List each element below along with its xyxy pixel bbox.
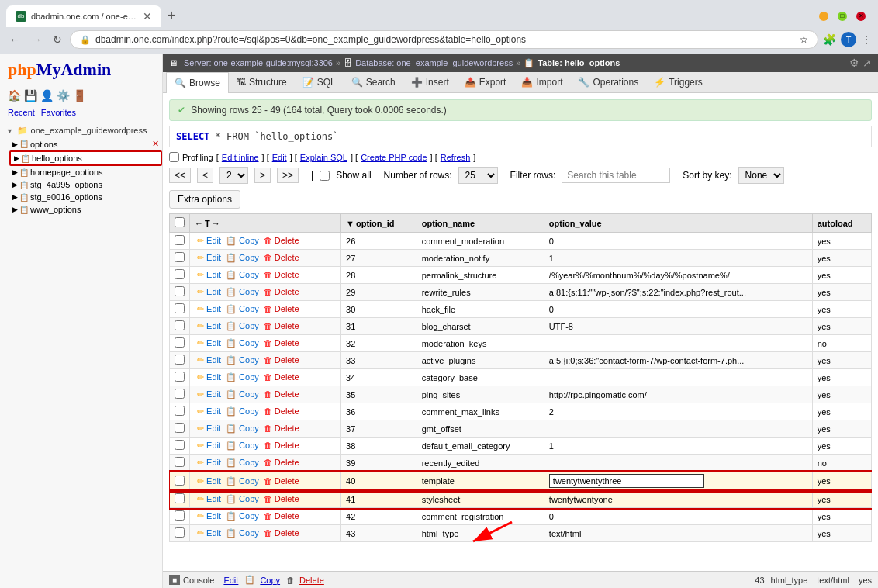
edit-button[interactable]: ✏ Edit xyxy=(195,423,223,434)
row-checkbox[interactable] xyxy=(175,303,185,313)
row-checkbox[interactable] xyxy=(175,510,185,521)
row-checkbox[interactable] xyxy=(175,440,185,450)
delete-button[interactable]: 🗑 Delete xyxy=(261,372,302,382)
row-checkbox[interactable] xyxy=(175,269,185,279)
console-delete-label[interactable]: Delete xyxy=(299,576,324,585)
row-checkbox[interactable] xyxy=(175,337,185,348)
exit-icon[interactable]: 🚪 xyxy=(73,89,86,102)
row-checkbox[interactable] xyxy=(175,527,185,538)
row-checkbox[interactable] xyxy=(175,372,185,382)
edit-button[interactable]: ✏ Edit xyxy=(195,252,223,264)
extra-options-button[interactable]: Extra options xyxy=(169,190,240,209)
delete-button[interactable]: 🗑 Delete xyxy=(261,235,302,246)
last-page-button[interactable]: >> xyxy=(277,168,299,183)
sidebar-item-homepage-options[interactable]: ▶ 📋 homepage_options xyxy=(9,166,162,178)
delete-button[interactable]: 🗑 Delete xyxy=(261,527,302,538)
settings-icon[interactable]: ⚙️ xyxy=(57,89,70,102)
copy-button[interactable]: 📋 Copy xyxy=(223,320,261,332)
edit-button[interactable]: ✏ Edit xyxy=(195,372,223,383)
row-checkbox[interactable] xyxy=(175,476,185,486)
edit-button[interactable]: ✏ Edit xyxy=(195,235,223,247)
tab-close-button[interactable]: ✕ xyxy=(143,10,152,22)
edit-button[interactable]: ✏ Edit xyxy=(195,493,223,505)
prev-page-button[interactable]: < xyxy=(197,168,213,183)
nav-reload-button[interactable]: ↻ xyxy=(50,32,65,47)
row-checkbox[interactable] xyxy=(175,423,185,433)
tab-export[interactable]: 📤 Export xyxy=(457,72,514,92)
profile-button[interactable]: T xyxy=(841,32,856,47)
copy-button[interactable]: 📋 Copy xyxy=(223,286,261,298)
address-bar[interactable]: 🔒 dbadmin.one.com/index.php?route=/sql&p… xyxy=(70,30,818,49)
copy-button[interactable]: 📋 Copy xyxy=(223,476,261,487)
select-all-checkbox[interactable] xyxy=(175,217,185,227)
delete-button[interactable]: 🗑 Delete xyxy=(261,406,302,417)
edit-button[interactable]: ✏ Edit xyxy=(195,286,223,298)
copy-button[interactable]: 📋 Copy xyxy=(223,406,261,417)
edit-button[interactable]: ✏ Edit xyxy=(195,476,223,487)
delete-button[interactable]: 🗑 Delete xyxy=(261,269,302,280)
tab-search[interactable]: 🔍 Search xyxy=(344,72,403,92)
copy-button[interactable]: 📋 Copy xyxy=(223,303,261,315)
edit-link[interactable]: Edit xyxy=(272,153,287,162)
copy-button[interactable]: 📋 Copy xyxy=(223,440,261,451)
row-checkbox[interactable] xyxy=(175,389,185,399)
row-checkbox[interactable] xyxy=(175,493,185,503)
tab-operations[interactable]: 🔧 Operations xyxy=(570,72,646,92)
edit-button[interactable]: ✏ Edit xyxy=(195,303,223,315)
copy-button[interactable]: 📋 Copy xyxy=(223,389,261,400)
copy-button[interactable]: 📋 Copy xyxy=(223,252,261,264)
edit-button[interactable]: ✏ Edit xyxy=(195,457,223,469)
browser-tab[interactable]: db dbadmin.one.com / one-exampl... ✕ xyxy=(6,5,161,27)
option-value-input[interactable] xyxy=(549,474,704,488)
breadcrumb-settings-button[interactable]: ⚙ xyxy=(849,57,859,69)
tab-import[interactable]: 📥 Import xyxy=(513,72,570,92)
row-checkbox[interactable] xyxy=(175,286,185,296)
copy-button[interactable]: 📋 Copy xyxy=(223,372,261,383)
sidebar-item-hello-options[interactable]: ▶ 📋 hello_options xyxy=(9,150,162,166)
console-label[interactable]: ■ xyxy=(169,575,180,585)
breadcrumb-db[interactable]: Database: one_example_guidewordpress xyxy=(355,58,513,67)
delete-button[interactable]: 🗑 Delete xyxy=(261,286,302,297)
edit-button[interactable]: ✏ Edit xyxy=(195,527,223,539)
edit-button[interactable]: ✏ Edit xyxy=(195,269,223,281)
extensions-button[interactable]: 🧩 xyxy=(823,33,836,46)
th-select-all[interactable] xyxy=(170,214,190,233)
favorites-link[interactable]: Favorites xyxy=(41,108,76,117)
next-page-button[interactable]: > xyxy=(254,168,271,183)
window-close-button[interactable]: ✕ xyxy=(856,12,866,21)
delete-button[interactable]: 🗑 Delete xyxy=(261,510,302,521)
profiling-checkbox[interactable] xyxy=(169,152,179,162)
delete-button[interactable]: 🗑 Delete xyxy=(261,423,302,434)
copy-button[interactable]: 📋 Copy xyxy=(223,493,261,505)
page-select[interactable]: 2 xyxy=(220,167,248,184)
window-minimize-button[interactable]: − xyxy=(819,12,828,21)
copy-button[interactable]: 📋 Copy xyxy=(223,355,261,366)
home-icon[interactable]: 🏠 xyxy=(8,89,21,102)
filter-input[interactable] xyxy=(562,168,670,183)
tab-structure[interactable]: 🏗 Structure xyxy=(229,72,295,92)
tab-browse[interactable]: 🔍 Browse xyxy=(166,72,229,93)
delete-button[interactable]: 🗑 Delete xyxy=(261,337,302,348)
tab-insert[interactable]: ➕ Insert xyxy=(403,72,457,92)
edit-button[interactable]: ✏ Edit xyxy=(195,389,223,400)
delete-button[interactable]: 🗑 Delete xyxy=(261,440,302,451)
edit-button[interactable]: ✏ Edit xyxy=(195,355,223,366)
delete-button[interactable]: 🗑 Delete xyxy=(261,389,302,399)
recent-link[interactable]: Recent xyxy=(8,108,35,117)
sidebar-item-www-options[interactable]: ▶ 📋 www_options xyxy=(9,203,162,216)
sort-select[interactable]: None xyxy=(738,167,784,184)
delete-button[interactable]: 🗑 Delete xyxy=(261,303,302,314)
sidebar-item-options[interactable]: ▶ 📋 options ✕ xyxy=(9,137,162,150)
edit-button[interactable]: ✏ Edit xyxy=(195,440,223,451)
copy-button[interactable]: 📋 Copy xyxy=(223,235,261,247)
close-options-icon[interactable]: ✕ xyxy=(152,139,159,149)
explain-sql-link[interactable]: Explain SQL xyxy=(300,153,347,162)
copy-button[interactable]: 📋 Copy xyxy=(223,269,261,281)
edit-button[interactable]: ✏ Edit xyxy=(195,406,223,417)
row-checkbox[interactable] xyxy=(175,320,185,330)
th-autoload[interactable]: autoload xyxy=(812,214,871,233)
rows-per-page-select[interactable]: 25 50 100 xyxy=(458,167,498,184)
copy-button[interactable]: 📋 Copy xyxy=(223,527,261,539)
copy-button[interactable]: 📋 Copy xyxy=(223,510,261,522)
show-all-checkbox[interactable] xyxy=(320,171,330,181)
